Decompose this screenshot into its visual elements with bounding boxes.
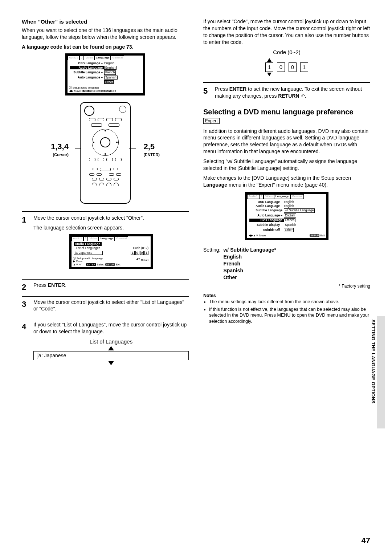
note-item: If this function is not effective, the l…: [209, 306, 370, 325]
osd-row-val: Spanish: [284, 223, 297, 227]
foot-setup: SETUP: [310, 234, 319, 237]
osd-code-digit: 0: [140, 251, 144, 255]
osd-heading: Audio Language: [74, 242, 102, 247]
heading-other-selected: When "Other" is selected: [22, 18, 189, 25]
note-item: The menu settings may look different fro…: [209, 299, 370, 305]
tab-language: Language: [94, 56, 111, 60]
osd-row-label: Audio Language: [70, 66, 104, 69]
foot-setup: SETUP: [101, 90, 110, 92]
code-digit: 0: [289, 62, 297, 72]
foot-plusminus: +/–: [79, 263, 83, 266]
foot-move: Move: [74, 89, 81, 93]
tab: Language: [98, 236, 115, 241]
triangle-down-icon: [267, 73, 271, 76]
remote-button: [109, 173, 114, 176]
tab: 2: [259, 194, 264, 199]
remote-button: [98, 158, 104, 161]
osd-code-digit: 1: [131, 251, 135, 255]
osd-lol: List of Languages: [74, 247, 100, 250]
remote-button: [114, 178, 119, 180]
osd-code-digit: 1: [144, 251, 148, 255]
remote-button: [113, 168, 118, 170]
remote-button: [114, 183, 119, 186]
tab: Video: [264, 194, 274, 199]
step5-text: Press ENTER to set the new language. To …: [215, 86, 370, 99]
callout-left-num: 1,3,4: [51, 141, 69, 152]
step2-text: Press ENTER.: [33, 282, 189, 289]
remote-button: [89, 173, 94, 176]
callout-right-num: 2,5: [143, 141, 160, 152]
remote-button: [84, 106, 94, 116]
para-sec1: In addition to containing different audi…: [203, 128, 370, 155]
remote-button: [106, 178, 111, 180]
step1-text-a: Move the cursor control joystick to sele…: [33, 215, 189, 221]
tab-video: Video: [84, 56, 94, 60]
tab: Video: [88, 236, 98, 241]
remote-button: [91, 123, 102, 127]
osd-code-label: Code (0~2): [133, 247, 148, 250]
osd-row-label: DVD Language: [249, 219, 284, 222]
osd-row-val: Spanish: [104, 76, 118, 80]
step-number-3: 3: [22, 299, 29, 316]
para-sec2: Selecting "w/ Subtitle Language" automat…: [203, 158, 370, 172]
osd-screenshot-language-menu: Audio1 2 Video Language General OSD Lang…: [65, 53, 145, 95]
remote-button: [106, 158, 113, 161]
foot-move: Move: [259, 234, 266, 237]
remote-button: [97, 173, 102, 176]
osd-row-val: French: [284, 218, 295, 222]
remote-button: [109, 123, 119, 127]
osd-row-label: Subtitle Language –: [70, 71, 104, 74]
osd-row-label: OSD Language –: [249, 200, 284, 204]
remote-illustration: 1,3,4 (Cursor) 2,5 (ENTER): [54, 102, 156, 204]
osd-row-val: English: [284, 214, 296, 217]
tab-2: 2: [79, 56, 84, 60]
triangle-up-icon: [108, 346, 114, 350]
page-number: 47: [362, 535, 370, 546]
callout-right-sub: (ENTER): [143, 152, 160, 158]
setting-value: Spanish: [223, 267, 276, 274]
osd-row-val: w/ Subtitle Language: [284, 208, 315, 212]
foot-exit: Exit: [320, 234, 325, 237]
notes-heading: Notes: [203, 293, 370, 299]
para-sec3: Make changes to the [DVD Language] setti…: [203, 175, 370, 188]
tab: Audio1: [247, 194, 259, 199]
setting-label: Setting:: [203, 247, 220, 281]
osd-row-label: Auto Language –: [70, 76, 104, 79]
osd-row-val: English: [284, 204, 294, 208]
setting-value: French: [223, 260, 276, 267]
step4-text: If you select "List of Languages", move …: [33, 321, 189, 335]
tab-audio1: Audio1: [68, 56, 79, 60]
foot-enter: ENTER: [86, 263, 96, 266]
osd-row-val: English: [284, 200, 294, 204]
step-number-4: 4: [22, 321, 29, 370]
osd-row-label: Subtitle Display –: [249, 223, 284, 227]
remote-button: [89, 158, 95, 161]
osd-row-val: English: [104, 66, 117, 70]
lol-title: List of Languages: [33, 338, 189, 345]
para-other-desc: When you want to select one of the 136 l…: [22, 27, 189, 41]
setting-value: Other: [223, 274, 276, 281]
lol-field: ja: Japanese: [33, 351, 189, 360]
remote-button: [100, 168, 111, 171]
osd-row-label: Subtitle Off –: [249, 228, 284, 232]
osd-row-val: French: [104, 70, 116, 74]
remote-button: [93, 168, 98, 170]
return-icon: ↶: [301, 93, 305, 99]
tab: Audio1: [72, 236, 83, 241]
factory-setting-note: * Factory setting: [203, 283, 370, 289]
setting-value: w/ Subtitle Language*: [223, 247, 276, 253]
remote-button: [89, 118, 95, 121]
expert-badge: Expert: [203, 118, 220, 124]
remote-button: [99, 183, 104, 186]
remote-button: [116, 173, 121, 176]
foot-return: Return: [141, 259, 149, 262]
tab: General: [290, 194, 303, 199]
tab: General: [115, 236, 128, 241]
side-tab-bg: [377, 316, 385, 428]
step3-text: Move the cursor control joystick to sele…: [33, 299, 189, 313]
callout-left-sub: (Cursor): [51, 152, 69, 158]
osd-row-label: Subtitle Language: [249, 209, 284, 212]
triangle-up-icon: [267, 58, 271, 62]
osd-screenshot-dvd-language: Audio1 2 Video Language General OSD Lang…: [245, 192, 328, 240]
osd-screenshot-audio-language: Audio1 2 Video Language General Audio La…: [69, 234, 153, 269]
